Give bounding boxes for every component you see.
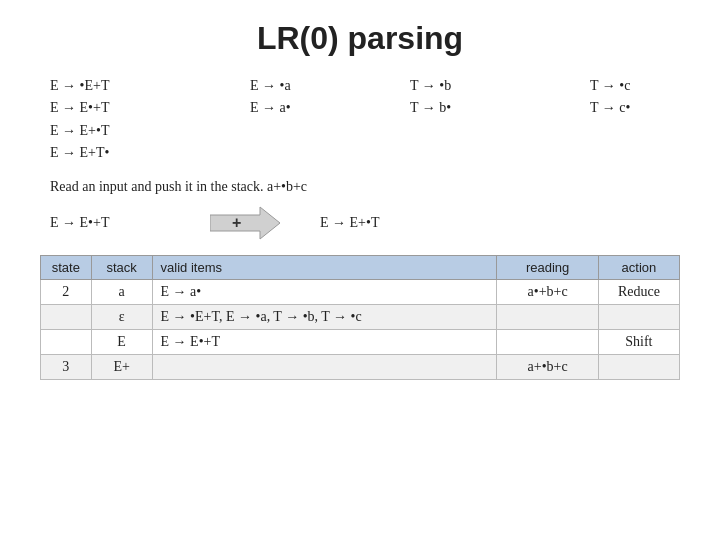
cell-action (598, 354, 679, 379)
svg-text:+: + (232, 214, 241, 231)
cell-valid: E → •E+T, E → •a, T → •b, T → •c (152, 304, 497, 329)
grammar-rule: T → •b (410, 75, 590, 97)
page-title: LR(0) parsing (40, 20, 680, 57)
page: LR(0) parsing E → •E+T E → E•+T E → E+•T… (0, 0, 720, 540)
table-row: ε E → •E+T, E → •a, T → •b, T → •c (41, 304, 680, 329)
header-stack: stack (91, 255, 152, 279)
grammar-rule: E → E+T• (50, 142, 250, 164)
grammar-col4: T → •c T → c• (590, 75, 720, 165)
cell-stack: a (91, 279, 152, 304)
cell-stack: ε (91, 304, 152, 329)
svg-marker-0 (210, 207, 280, 239)
cell-valid: E → a• (152, 279, 497, 304)
grammar-rule: T → b• (410, 97, 590, 119)
cell-action: Reduce (598, 279, 679, 304)
grammar-rule: E → •a (250, 75, 410, 97)
cell-reading: a+•b+c (497, 354, 598, 379)
cell-stack: E+ (91, 354, 152, 379)
grammar-rule: E → E•+T (50, 97, 250, 119)
read-section: Read an input and push it in the stack. … (50, 179, 680, 195)
cell-state (41, 304, 92, 329)
grammar-rule: E → E+•T (50, 120, 250, 142)
cell-valid: E → E•+T (152, 329, 497, 354)
cell-stack: E (91, 329, 152, 354)
grammar-col3: T → •b T → b• (410, 75, 590, 165)
grammar-rule: T → c• (590, 97, 720, 119)
cell-reading (497, 329, 598, 354)
grammar-rule: T → •c (590, 75, 720, 97)
cell-action (598, 304, 679, 329)
grammar-col2: E → •a E → a• (250, 75, 410, 165)
cell-state: 3 (41, 354, 92, 379)
grammar-grid: E → •E+T E → E•+T E → E+•T E → E+T• E → … (50, 75, 680, 165)
table-header-row: state stack valid items reading action (41, 255, 680, 279)
header-reading: reading (497, 255, 598, 279)
plus-arrow-icon: + (210, 201, 280, 245)
grammar-rule: E → a• (250, 97, 410, 119)
table-row: 2 a E → a• a•+b+c Reduce (41, 279, 680, 304)
table-row: E E → E•+T Shift (41, 329, 680, 354)
cell-reading (497, 304, 598, 329)
grammar-col1: E → •E+T E → E•+T E → E+•T E → E+T• (50, 75, 250, 165)
cell-reading: a•+b+c (497, 279, 598, 304)
middle-row: E → E•+T + E → E+•T (50, 201, 680, 245)
cell-state (41, 329, 92, 354)
header-state: state (41, 255, 92, 279)
parse-table: state stack valid items reading action 2… (40, 255, 680, 380)
header-valid: valid items (152, 255, 497, 279)
arrow-box: + (210, 201, 280, 245)
left-rule: E → E•+T (50, 215, 180, 231)
table-row: 3 E+ a+•b+c (41, 354, 680, 379)
read-text: Read an input and push it in the stack. … (50, 179, 307, 194)
header-action: action (598, 255, 679, 279)
cell-valid (152, 354, 497, 379)
grammar-rule: E → •E+T (50, 75, 250, 97)
cell-state: 2 (41, 279, 92, 304)
right-rule: E → E+•T (320, 215, 379, 231)
cell-action: Shift (598, 329, 679, 354)
